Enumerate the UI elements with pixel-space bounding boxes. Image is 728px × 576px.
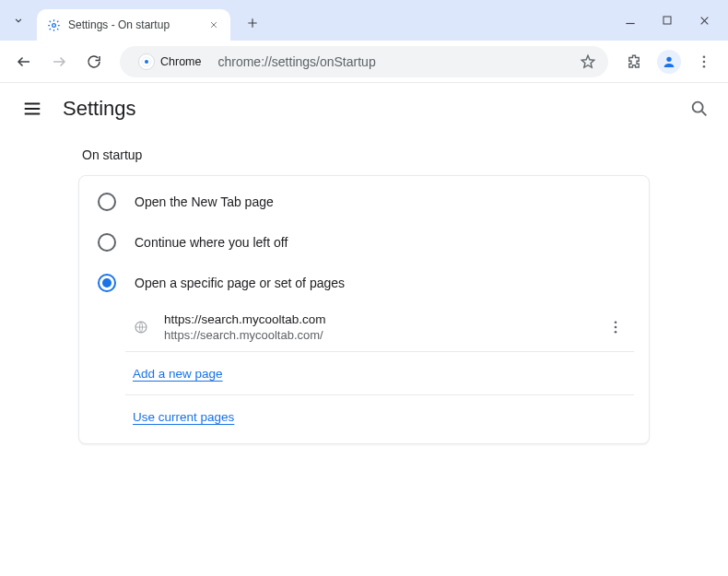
radio-option-new-tab[interactable]: Open the New Tab page <box>79 182 649 222</box>
puzzle-icon <box>626 53 642 70</box>
reload-button[interactable] <box>79 47 109 76</box>
settings-menu-button[interactable] <box>22 99 42 119</box>
startup-page-row: https://search.mycooltab.com https://sea… <box>125 303 634 352</box>
reload-icon <box>86 53 102 70</box>
profile-button[interactable] <box>654 47 684 76</box>
svg-point-12 <box>615 331 617 334</box>
new-tab-button[interactable] <box>240 10 265 36</box>
omnibox-url: chrome://settings/onStartup <box>217 54 569 69</box>
browser-titlebar: Settings - On startup <box>0 0 728 41</box>
svg-point-10 <box>615 321 617 323</box>
tab-close-button[interactable] <box>206 18 221 32</box>
startup-page-url: https://search.mycooltab.com/ <box>164 328 590 342</box>
svg-point-8 <box>693 102 703 112</box>
startup-page-title: https://search.mycooltab.com <box>164 312 590 326</box>
search-icon <box>689 99 710 119</box>
radio-icon <box>98 233 116 252</box>
chrome-logo-icon <box>138 53 155 70</box>
page-favicon <box>133 319 149 335</box>
arrow-left-icon <box>16 53 32 70</box>
section-heading: On startup <box>78 142 650 175</box>
add-page-row: Add a new page <box>125 352 634 395</box>
site-chip[interactable]: Chrome <box>131 50 208 74</box>
startup-pages-list: https://search.mycooltab.com https://sea… <box>125 303 634 438</box>
maximize-button[interactable] <box>658 11 676 29</box>
close-icon <box>209 20 218 29</box>
use-current-pages-link[interactable]: Use current pages <box>133 410 234 424</box>
svg-point-5 <box>703 55 706 58</box>
kebab-icon <box>696 53 712 70</box>
svg-point-3 <box>145 60 148 64</box>
svg-point-11 <box>615 326 617 329</box>
globe-icon <box>134 320 148 335</box>
settings-search-button[interactable] <box>689 99 710 119</box>
radio-label: Continue where you left off <box>135 235 288 250</box>
radio-icon <box>98 193 116 211</box>
svg-point-6 <box>703 60 706 63</box>
kebab-icon <box>607 319 624 335</box>
profile-avatar-icon <box>657 50 681 74</box>
back-button[interactable] <box>9 47 39 76</box>
settings-content: On startup Open the New Tab page Continu… <box>0 135 728 444</box>
plus-icon <box>246 17 259 29</box>
close-icon <box>699 15 710 27</box>
hamburger-icon <box>22 99 42 119</box>
arrow-right-icon <box>51 53 67 70</box>
chevron-down-icon <box>12 14 25 27</box>
star-icon <box>580 53 596 70</box>
minimize-button[interactable] <box>621 11 640 29</box>
window-controls <box>621 11 713 29</box>
extensions-button[interactable] <box>619 47 649 76</box>
radio-label: Open the New Tab page <box>135 194 274 209</box>
svg-point-4 <box>666 56 671 61</box>
site-chip-label: Chrome <box>160 55 201 68</box>
browser-toolbar: Chrome chrome://settings/onStartup <box>0 41 728 83</box>
browser-menu-button[interactable] <box>689 47 719 76</box>
minimize-icon <box>624 14 637 27</box>
radio-icon <box>98 274 116 292</box>
startup-page-menu-button[interactable] <box>605 319 627 335</box>
close-window-button[interactable] <box>695 11 713 29</box>
tab-title: Settings - On startup <box>68 18 199 31</box>
maximize-icon <box>662 15 673 26</box>
browser-tab[interactable]: Settings - On startup <box>37 9 230 41</box>
forward-button[interactable] <box>44 47 74 76</box>
tab-search-button[interactable] <box>6 7 31 33</box>
page-title: Settings <box>63 97 669 121</box>
settings-appbar: Settings <box>0 83 728 135</box>
radio-label: Open a specific page or set of pages <box>135 276 345 290</box>
svg-point-0 <box>52 23 55 27</box>
omnibox[interactable]: Chrome chrome://settings/onStartup <box>120 46 608 77</box>
svg-rect-1 <box>663 17 671 24</box>
svg-point-7 <box>703 65 706 67</box>
add-new-page-link[interactable]: Add a new page <box>133 367 223 381</box>
on-startup-card: Open the New Tab page Continue where you… <box>78 175 650 444</box>
bookmark-button[interactable] <box>579 53 597 71</box>
radio-option-continue[interactable]: Continue where you left off <box>79 222 649 263</box>
settings-gear-icon <box>46 18 61 32</box>
radio-option-specific-pages[interactable]: Open a specific page or set of pages <box>79 263 649 303</box>
use-current-row: Use current pages <box>125 395 634 438</box>
